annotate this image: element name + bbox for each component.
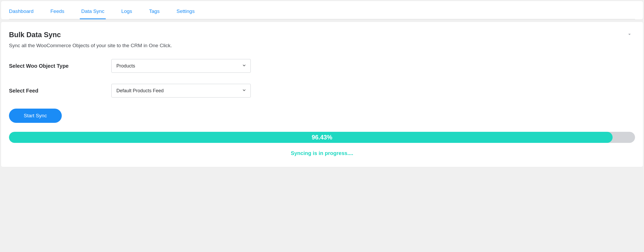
progress-percent-text: 96.43%: [312, 134, 332, 141]
start-sync-button[interactable]: Start Sync: [9, 109, 62, 123]
tab-settings[interactable]: Settings: [177, 4, 195, 19]
label-feed: Select Feed: [9, 88, 111, 94]
page-subtitle: Sync all the WooCommerce Objects of your…: [9, 43, 635, 49]
progress-bar: 96.43%: [9, 132, 635, 143]
row-object-type: Select Woo Object Type Products: [9, 59, 635, 73]
select-object-type[interactable]: Products: [111, 59, 251, 73]
label-object-type: Select Woo Object Type: [9, 63, 111, 69]
row-feed: Select Feed Default Products Feed: [9, 84, 635, 98]
tab-list: Dashboard Feeds Data Sync Logs Tags Sett…: [9, 4, 635, 19]
tab-feeds[interactable]: Feeds: [50, 4, 64, 19]
tab-data-sync[interactable]: Data Sync: [81, 4, 105, 19]
progress-fill: [9, 132, 613, 143]
sync-status-text: Syncing is in progress....: [9, 150, 635, 156]
tab-tags[interactable]: Tags: [149, 4, 160, 19]
tab-dashboard[interactable]: Dashboard: [9, 4, 34, 19]
tabs-panel: Dashboard Feeds Data Sync Logs Tags Sett…: [1, 1, 643, 19]
progress-section: 96.43% Syncing is in progress....: [9, 132, 635, 156]
select-feed-wrap: Default Products Feed: [111, 84, 251, 98]
select-object-type-wrap: Products: [111, 59, 251, 73]
collapse-toggle[interactable]: [627, 31, 632, 38]
select-feed[interactable]: Default Products Feed: [111, 84, 251, 98]
page-title: Bulk Data Sync: [9, 31, 635, 39]
content-panel: Bulk Data Sync Sync all the WooCommerce …: [1, 22, 643, 167]
tab-logs[interactable]: Logs: [121, 4, 132, 19]
chevron-down-icon: [627, 33, 632, 38]
